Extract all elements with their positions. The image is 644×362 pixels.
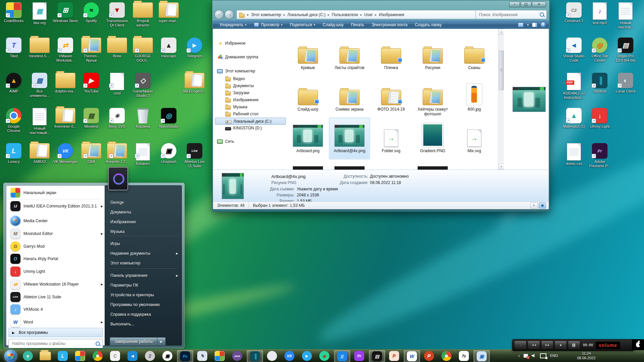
nav-downloads[interactable]: Загрузки [215, 89, 286, 96]
details-value[interactable]: Укажите дату и время [297, 187, 338, 191]
taskbar-photoshop[interactable]: Ps [177, 350, 193, 362]
menu-documents[interactable]: Документы ▶ [110, 208, 178, 216]
desk-premiere[interactable]: Pr ↗ Adobe Premiere P... [587, 143, 612, 168]
toolbar-slideshow[interactable]: Слайд-шоу [319, 21, 347, 28]
taskbar-clock[interactable]: 11:24 08.06.2022 [570, 351, 603, 360]
taskbar-telegram[interactable]: ► [299, 350, 315, 362]
taskbar-7zip[interactable]: 7z [456, 350, 472, 362]
desk-inkscape[interactable]: ▲ ↗ Inkscape [156, 38, 181, 58]
taskbar-start-orb[interactable] [3, 350, 18, 362]
desk-aseprite[interactable]: ↗ Aseprite-1.2... [105, 143, 129, 164]
file-skany[interactable]: Сканы [454, 35, 494, 76]
menu-word[interactable]: W Word ▶ [8, 316, 105, 328]
taskbar-vscode[interactable]: ◄ [125, 350, 140, 362]
desk-transmission[interactable]: ▼ ↗ Transmission Qt Client [105, 2, 129, 27]
desk-domic-css[interactable]: ↗ domic.css [561, 143, 586, 166]
nav-disk-c[interactable]: Локальный диск (C:) [215, 118, 286, 125]
taskbar-photo-viewer[interactable]: ▣ [474, 350, 490, 362]
file-folder-svg[interactable]: → Folder.svg [371, 118, 411, 159]
search-input[interactable] [478, 12, 540, 17]
toolbar-new-folder[interactable]: Создать папку [412, 21, 445, 28]
desk-themes[interactable]: ↗ Themes - Ярлык [79, 38, 104, 63]
desk-asio4all[interactable]: PDF ↗ ASIO4ALL v2 Instruction... [561, 73, 586, 100]
taskbar-codeblocks[interactable] [72, 350, 88, 362]
file-krivye[interactable]: Кривые [288, 35, 328, 76]
desk-construct2[interactable]: C2 ↗ Construct 2 [561, 2, 586, 23]
toolbar-view[interactable]: Просмотр [251, 21, 286, 28]
file-artboard-png[interactable]: Artboard.png [288, 118, 328, 159]
desk-materialui[interactable]: ▲ ↗ MaterialUI (1) [561, 108, 586, 129]
taskbar-unsplash[interactable]: ▣ [160, 350, 175, 362]
menu-this-pc[interactable]: Этот компьютер ▶ [110, 259, 178, 267]
menu-start-screen[interactable]: Начальный экран ▶ [8, 187, 105, 198]
shutdown-button[interactable]: Завершение работы [110, 337, 157, 346]
file-600-jpg[interactable]: 600.jpg [454, 76, 494, 117]
desk-spotify[interactable]: ≈ ↗ Spotify [79, 2, 104, 23]
desk-cmd[interactable]: ↗ cmd [105, 73, 129, 96]
speaker-icon[interactable] [532, 354, 536, 358]
menu-run[interactable]: Выполнить... ▶ [110, 320, 178, 328]
breadcrumb-segment[interactable]: Этот компьютер ▸ [251, 12, 287, 17]
menu-ableton[interactable]: Live Ableton Live 11 Suite ▶ [8, 291, 105, 303]
media-eject-button[interactable]: → [514, 341, 527, 350]
taskbar-sleek[interactable]: sleek [229, 350, 245, 362]
desk-telegram[interactable]: ► ↗ Telegram [182, 38, 207, 58]
minimize-button[interactable]: – [509, 2, 520, 7]
toolbar-print[interactable]: Печать [347, 21, 367, 28]
desk-nanostudio[interactable]: ◎ ↗ NanoStudio [156, 108, 181, 129]
nav-homegroup[interactable]: Домашняя группа [215, 54, 286, 60]
file-artboard4x-png[interactable]: Artboard@4x.png [329, 118, 370, 159]
menu-recent-docs[interactable]: Недавние документы ▶ [110, 249, 178, 257]
close-button[interactable]: × [532, 2, 546, 7]
file-mix-svg[interactable]: → Mix.svg [454, 118, 494, 159]
menu-vmware[interactable]: ⇄ VMware Workstation 16 Player ▶ [8, 279, 105, 290]
taskbar-color-cube[interactable] [212, 350, 227, 362]
menu-games[interactable]: Игры ▶ [110, 240, 178, 248]
search-icon[interactable] [540, 12, 544, 17]
file-heitery[interactable]: Хейтеры скажут фотошоп [413, 76, 453, 117]
file-partial-2[interactable] [329, 160, 370, 170]
desk-unsplash[interactable]: ▣ ↗ Unsplash [156, 143, 181, 164]
menu-pc-settings[interactable]: Параметры ПК ▶ [110, 281, 178, 289]
toolbar-email[interactable]: Электронная почта [368, 21, 411, 28]
file-listy-spraitov[interactable]: Листы спрайтов [329, 35, 370, 76]
desk-novy-text[interactable]: ↗ Новый текстовый... [27, 108, 52, 135]
menu-devices-printers[interactable]: Устройства и принтеры ▶ [110, 291, 178, 299]
breadcrumb-segment[interactable]: Изображения ▸ [379, 12, 404, 17]
network-icon[interactable] [540, 353, 546, 358]
desk-dolphin[interactable]: ↗ dolphin-ma... [53, 73, 78, 94]
file-slideshow[interactable]: Слайд-шоу [288, 76, 328, 117]
media-stop-button[interactable]: ■ [554, 341, 567, 350]
desk-blur-reg[interactable]: ▦ ↗ blur.reg [27, 2, 52, 25]
user-avatar-tile[interactable] [108, 167, 128, 190]
desk-super-mari[interactable]: ↗ super-mari... [156, 2, 181, 23]
desk-lunacy[interactable]: L ↗ Lunacy [1, 143, 26, 164]
scrollbar-thumb[interactable] [499, 51, 504, 90]
menu-portal[interactable]: O Начать Игру Portal ▶ [8, 253, 105, 264]
toolbar-organize[interactable]: Упорядочить [216, 21, 250, 28]
preview-thumbnail[interactable] [513, 87, 546, 112]
help-icon[interactable]: ? [541, 22, 546, 27]
taskbar-construct2-gear[interactable]: 2 [142, 350, 158, 362]
nav-video[interactable]: Видео [215, 75, 286, 82]
back-button[interactable]: ← [214, 10, 224, 19]
taskbar-powerpoint[interactable]: P [421, 350, 437, 362]
change-view-dropdown-icon[interactable]: ▾ [527, 23, 529, 26]
forward-button[interactable]: → [224, 10, 234, 19]
desk-vse-elementy[interactable]: ▦ ↗ Все элементы... [27, 73, 52, 98]
nav-favorites[interactable]: ★ Избранное [215, 40, 286, 47]
start-search-input[interactable] [11, 341, 96, 346]
taskbar-construct-c[interactable]: C [107, 350, 123, 362]
desk-vk-messenger[interactable]: VK ↗ VK Messenger [53, 143, 78, 164]
menu-default-programs[interactable]: Программы по умолчанию ▶ [110, 301, 178, 309]
desk-tiled[interactable]: T ↗ Tiled [1, 38, 26, 58]
desk-novy-text-2[interactable]: ↗ Новый текстов... [613, 2, 638, 29]
desk-test-mp3[interactable]: ♪ ↗ test.mp3 [587, 2, 612, 25]
maximize-button[interactable]: ▢ [521, 2, 531, 7]
desk-vmware[interactable]: ⇄ ↗ VMware Workstati... [53, 38, 78, 63]
taskbar-image-editor[interactable]: ✎ [195, 350, 210, 362]
taskbar-vk[interactable]: VK [282, 350, 297, 362]
tray-expand-icon[interactable]: ‹ [518, 353, 520, 358]
desk-gba[interactable]: ↗ GBA [79, 143, 104, 164]
taskbar-chrome[interactable] [90, 350, 105, 362]
